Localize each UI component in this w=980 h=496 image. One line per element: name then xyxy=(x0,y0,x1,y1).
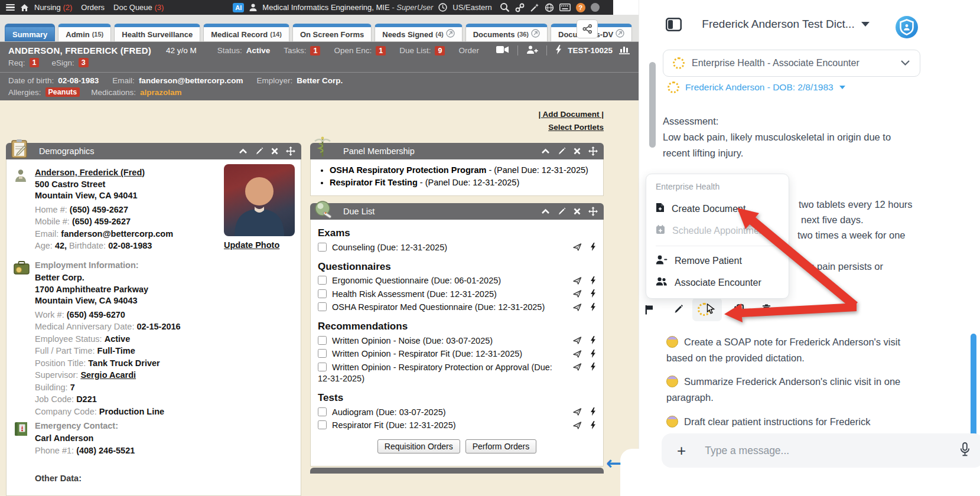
assistant-scrollbar-thumb[interactable] xyxy=(971,334,976,437)
tab-needs-signed[interactable]: Needs Signed(4) xyxy=(375,24,462,41)
send-icon[interactable] xyxy=(573,276,582,288)
perform-orders-button[interactable]: Perform Orders xyxy=(465,439,536,453)
send-icon[interactable] xyxy=(573,336,582,348)
checkbox[interactable] xyxy=(318,302,327,311)
close-icon[interactable] xyxy=(574,208,581,215)
bolt-icon[interactable] xyxy=(590,421,596,433)
back-icon[interactable]: ← xyxy=(606,452,621,474)
checkbox[interactable] xyxy=(318,243,327,252)
select-portlets-link[interactable]: Select Portlets xyxy=(548,123,604,132)
due-list-count-badge[interactable]: 9 xyxy=(435,46,445,56)
suggestion-item[interactable]: Create a SOAP note for Frederick Anderso… xyxy=(666,334,912,366)
popout-icon[interactable] xyxy=(446,29,455,40)
context-selector[interactable]: Enterprise Health - Associate Encounter xyxy=(663,50,920,77)
edit-icon[interactable] xyxy=(673,304,683,316)
video-icon[interactable] xyxy=(496,45,509,56)
tasks-count-badge[interactable]: 1 xyxy=(310,46,320,56)
checkbox[interactable] xyxy=(318,349,327,358)
edit-icon[interactable] xyxy=(558,207,566,216)
bolt-icon[interactable] xyxy=(590,363,596,374)
clock-icon[interactable] xyxy=(438,3,447,12)
send-icon[interactable] xyxy=(573,289,582,301)
panel-scrollbar-thumb[interactable] xyxy=(649,62,656,148)
nav-nursing[interactable]: Nursing (2) xyxy=(34,3,72,12)
message-input[interactable] xyxy=(704,444,942,458)
tab-health-surveillance[interactable]: Health Surveillance xyxy=(114,24,200,41)
help-icon[interactable]: ? xyxy=(576,3,585,12)
menu-item-associate-encounter[interactable]: Associate Encounter xyxy=(656,272,789,293)
bolt-icon[interactable] xyxy=(590,276,596,288)
demographics-header[interactable]: Demographics xyxy=(6,143,301,159)
popout-icon[interactable] xyxy=(616,29,624,40)
menu-item-create-document[interactable]: Create Document xyxy=(656,198,789,220)
suggestion-item[interactable]: Draft clear patient instructions for Fre… xyxy=(666,414,912,430)
allergy-badge[interactable]: Peanuts xyxy=(45,87,80,97)
tab-medical-record[interactable]: Medical Record(14) xyxy=(203,24,289,41)
close-icon[interactable] xyxy=(574,148,581,155)
collapse-icon[interactable] xyxy=(541,208,550,214)
send-icon[interactable] xyxy=(573,363,582,374)
share-icon[interactable] xyxy=(577,19,598,38)
due-list-header[interactable]: Due List xyxy=(310,203,604,220)
nav-orders[interactable]: Orders xyxy=(81,3,105,12)
conversation-title-dropdown[interactable]: Frederick Anderson Test Dict... xyxy=(679,18,892,31)
suggestion-item[interactable]: Summarize Frederick Anderson's clinic vi… xyxy=(666,374,912,406)
move-icon[interactable] xyxy=(286,146,295,156)
tab-admin[interactable]: Admin(15) xyxy=(58,24,111,41)
search-icon[interactable] xyxy=(500,2,510,12)
move-icon[interactable] xyxy=(588,146,598,156)
tab-documents[interactable]: Documents(36) xyxy=(465,24,548,41)
link-icon[interactable] xyxy=(515,3,525,12)
menu-item-schedule-appointment[interactable]: Schedule Appointment xyxy=(656,220,789,242)
send-icon[interactable] xyxy=(573,350,582,361)
add-document-link[interactable]: | Add Document | xyxy=(538,110,604,119)
bolt-icon[interactable] xyxy=(590,303,596,315)
keyboard-icon[interactable] xyxy=(559,4,571,11)
nav-doc-queue[interactable]: Doc Queue (3) xyxy=(113,3,164,12)
checkbox[interactable] xyxy=(318,336,327,345)
open-enc-count-badge[interactable]: 1 xyxy=(376,46,386,56)
update-photo-link[interactable]: Update Photo xyxy=(224,240,279,250)
bolt-icon[interactable] xyxy=(590,407,596,419)
esign-count-badge[interactable]: 3 xyxy=(79,58,89,67)
bolt-icon[interactable] xyxy=(590,289,596,301)
collapse-icon[interactable] xyxy=(239,148,248,154)
bolt-icon[interactable] xyxy=(555,45,562,56)
chart-id[interactable]: TEST-10025 xyxy=(568,46,613,55)
globe-icon[interactable] xyxy=(545,3,554,12)
close-icon[interactable] xyxy=(271,148,278,155)
edit-icon[interactable] xyxy=(255,147,263,155)
checkbox[interactable] xyxy=(318,420,327,429)
send-icon[interactable] xyxy=(573,243,582,254)
popout-icon[interactable] xyxy=(531,29,540,40)
edit-icon[interactable] xyxy=(558,147,566,155)
wand-icon[interactable] xyxy=(530,3,539,12)
requisition-orders-button[interactable]: Requisition Orders xyxy=(377,439,460,453)
menu-item-remove-patient[interactable]: Remove Patient xyxy=(656,250,789,272)
supervisor-link[interactable]: Sergio Acardi xyxy=(80,370,136,380)
caret-down-icon[interactable] xyxy=(746,308,752,319)
copy-icon[interactable] xyxy=(734,304,744,316)
ai-badge[interactable]: AI xyxy=(233,3,244,12)
patient-context-dropdown[interactable]: Frederick Anderson - DOB: 2/8/1983 xyxy=(668,81,845,93)
send-icon[interactable] xyxy=(573,303,582,315)
order-link[interactable]: Order xyxy=(458,46,479,55)
checkbox[interactable] xyxy=(318,407,327,416)
bolt-icon[interactable] xyxy=(590,350,596,361)
timezone-label[interactable]: US/Eastern xyxy=(452,3,491,12)
send-icon[interactable] xyxy=(573,421,582,433)
org-name[interactable]: Medical Informatics Engineering, MIE - S… xyxy=(262,3,433,12)
add-user-icon[interactable] xyxy=(526,45,538,56)
req-count-badge[interactable]: 1 xyxy=(30,58,40,67)
bolt-icon[interactable] xyxy=(590,336,596,348)
chart-icon[interactable] xyxy=(618,45,630,56)
tab-on-screen-forms[interactable]: On Screen Forms xyxy=(292,24,372,41)
trash-icon[interactable] xyxy=(762,304,771,316)
checkbox[interactable] xyxy=(318,289,327,298)
mic-icon[interactable] xyxy=(959,442,971,459)
flag-icon[interactable] xyxy=(645,305,654,317)
patient-name-link[interactable]: Anderson, Frederick (Fred) xyxy=(35,168,145,177)
medication-link[interactable]: alprazolam xyxy=(140,88,182,97)
enterprise-health-action-button[interactable] xyxy=(692,298,722,321)
plus-icon[interactable]: + xyxy=(677,443,686,458)
